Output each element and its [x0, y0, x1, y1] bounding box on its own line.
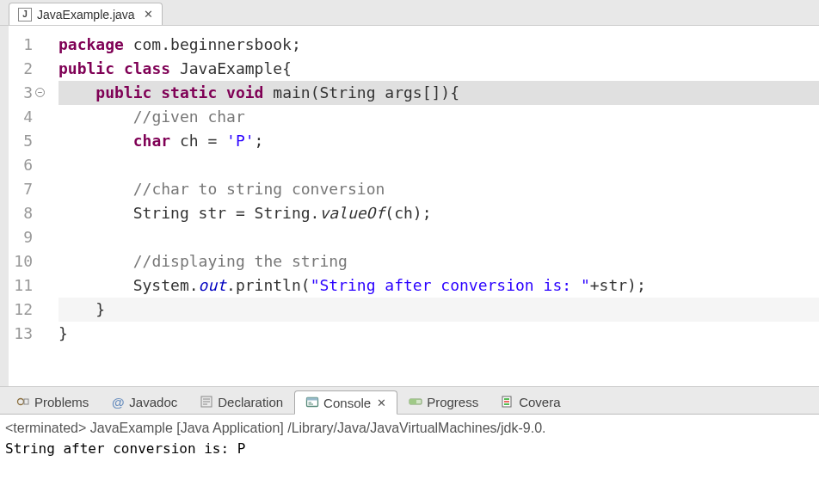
- tab-label: Console: [323, 396, 371, 410]
- line-number: 1: [9, 33, 33, 57]
- tab-coverage[interactable]: Covera: [490, 390, 571, 414]
- code-line: char ch = 'P';: [58, 129, 819, 153]
- tab-label: Problems: [34, 395, 89, 409]
- console-icon: [305, 396, 319, 409]
- tab-declaration[interactable]: Declaration: [188, 390, 294, 414]
- svg-rect-13: [504, 398, 509, 400]
- declaration-icon: [200, 395, 213, 409]
- line-number: 9: [9, 225, 33, 249]
- code-editor[interactable]: 1 2 3− 4 5 6 7 8 9 10 11 12 13 package c…: [0, 26, 819, 387]
- bottom-tab-bar: Problems @ Javadoc Declaration Console ✕…: [0, 387, 819, 415]
- editor-tab-title: JavaExample.java: [37, 8, 135, 22]
- code-content[interactable]: package com.beginnersbook;public class J…: [40, 26, 819, 386]
- code-line: public static void main(String args[]){: [58, 81, 819, 105]
- code-line: [58, 225, 819, 249]
- svg-point-0: [18, 399, 24, 405]
- code-line: package com.beginnersbook;: [58, 33, 819, 57]
- line-number: 5: [9, 129, 33, 153]
- svg-rect-15: [504, 403, 509, 405]
- console-status-line: <terminated> JavaExample [Java Applicati…: [5, 418, 814, 439]
- progress-icon: [409, 395, 422, 409]
- line-number: 3−: [9, 81, 33, 105]
- line-number: 7: [9, 177, 33, 201]
- tab-console[interactable]: Console ✕: [294, 390, 397, 415]
- code-line: //displaying the string: [58, 249, 819, 274]
- line-number: 12: [9, 298, 33, 322]
- line-number: 13: [9, 322, 33, 346]
- line-number: 2: [9, 57, 33, 81]
- line-number: 6: [9, 153, 33, 177]
- close-icon[interactable]: ✕: [377, 396, 386, 409]
- console-output-line: String after conversion is: P: [5, 439, 814, 459]
- code-line: }: [58, 298, 819, 322]
- svg-rect-14: [504, 401, 509, 403]
- line-number-gutter: 1 2 3− 4 5 6 7 8 9 10 11 12 13: [9, 26, 40, 386]
- javadoc-icon: @: [111, 395, 125, 409]
- code-line: String str = String.valueOf(ch);: [58, 201, 819, 225]
- svg-rect-1: [24, 399, 28, 404]
- close-icon[interactable]: ✕: [144, 8, 153, 21]
- tab-progress[interactable]: Progress: [397, 390, 490, 414]
- code-line: //char to string conversion: [58, 177, 819, 201]
- line-number: 10: [9, 249, 33, 274]
- code-line: //given char: [58, 105, 819, 129]
- line-number: 4: [9, 105, 33, 129]
- java-file-icon: J: [18, 8, 32, 22]
- tab-label: Covera: [519, 395, 560, 409]
- svg-rect-7: [307, 398, 318, 401]
- tab-problems[interactable]: Problems: [5, 390, 100, 414]
- tab-label: Progress: [427, 395, 478, 409]
- line-number: 11: [9, 274, 33, 298]
- code-line: System.out.println("String after convers…: [58, 274, 819, 298]
- problems-icon: [16, 395, 30, 409]
- tab-label: Declaration: [218, 395, 283, 409]
- bottom-panel: Problems @ Javadoc Declaration Console ✕…: [0, 387, 819, 504]
- tab-label: Javadoc: [129, 395, 177, 409]
- code-line: }: [58, 322, 819, 346]
- coverage-icon: [501, 395, 514, 409]
- editor-tab-javaexample[interactable]: J JavaExample.java ✕: [9, 3, 163, 25]
- tab-javadoc[interactable]: @ Javadoc: [100, 390, 188, 414]
- fold-toggle-icon[interactable]: −: [35, 88, 45, 97]
- line-number: 8: [9, 201, 33, 225]
- svg-rect-11: [410, 399, 416, 404]
- editor-margin: [0, 26, 9, 386]
- console-body[interactable]: <terminated> JavaExample [Java Applicati…: [0, 415, 819, 504]
- code-line: public class JavaExample{: [58, 57, 819, 81]
- code-line: [58, 153, 819, 177]
- editor-tab-bar: J JavaExample.java ✕: [0, 0, 819, 26]
